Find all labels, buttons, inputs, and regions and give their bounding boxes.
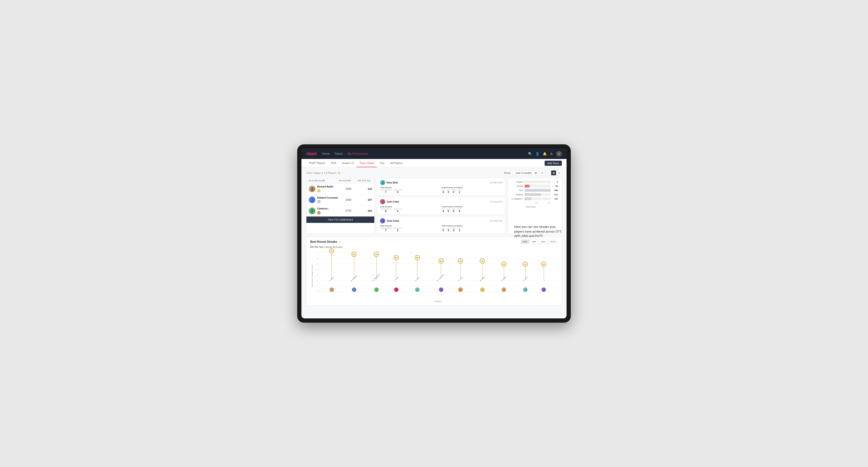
nav-home[interactable]: Home xyxy=(322,152,330,155)
sub-nav-all-players[interactable]: All Players xyxy=(388,159,405,167)
card-date-2: 26 Aug 2023 xyxy=(490,200,502,203)
player-badge-2: 2 xyxy=(317,200,320,203)
app-logo: clippd xyxy=(306,152,316,156)
bell-icon[interactable]: 🔔 xyxy=(543,152,547,156)
annotation-text: Here you can see streaks your players ha… xyxy=(514,224,566,239)
grid-view-btn[interactable]: ⊞ xyxy=(540,170,545,176)
leaderboard-panel: PLAYER NAME PB SCORE PB AVG SQ 👤 Richard… xyxy=(306,178,375,234)
card-player-name-1: Rees Britt xyxy=(386,181,398,184)
scatter-chart-container: Best Streak, Fairway Accuracy 7 6 5 4 3 … xyxy=(310,252,558,299)
bar-track-eagles: 3 xyxy=(525,181,551,183)
player-badge-3: 3 xyxy=(317,211,320,214)
player-badge-1: 1 xyxy=(317,189,320,192)
scatter-bubble-4: 5x xyxy=(394,255,399,260)
scatter-avatar-10 xyxy=(523,287,528,292)
scatter-line-4 xyxy=(396,260,396,280)
card-stats-1: Total Rounds Tournament 7 Practice xyxy=(380,187,502,193)
bar-eagles: Eagles 3 xyxy=(510,181,551,183)
bar-bogeys: Bogeys 311 xyxy=(510,193,551,196)
pb-score-3: 17/20 xyxy=(339,210,358,212)
bar-label-pars: Pars xyxy=(510,189,523,191)
player-card-3: 👤 Josh Coles 26 Aug 2023 Total Rounds xyxy=(377,216,505,234)
user-icon[interactable]: 👤 xyxy=(535,152,539,156)
total-rounds-label-1: Total Rounds xyxy=(380,187,441,189)
edit-icon[interactable]: ✏️ xyxy=(338,172,341,174)
show-label: Show xyxy=(504,172,510,174)
streak-btn-putt[interactable]: PUTT xyxy=(548,240,558,244)
list-view-btn[interactable]: ≡ xyxy=(545,170,551,176)
view-full-leaderboard-button[interactable]: View Full Leaderboard xyxy=(306,217,374,223)
pb-score-1: 19/20 xyxy=(339,187,358,190)
scatter-bubble-3: 6x xyxy=(374,252,379,257)
scatter-plot-area: 7x E. Elwrt 6x B. McHarg xyxy=(319,252,558,292)
scatter-avatar-6 xyxy=(439,287,443,292)
sub-nav-team-clippd[interactable]: Team Clippd xyxy=(356,159,377,167)
streak-btn-app[interactable]: APP xyxy=(530,240,538,244)
bar-label-dbogeys: D. Bogeys + xyxy=(510,198,523,200)
streak-btn-ott[interactable]: OTT xyxy=(521,240,529,244)
lb-col-score: PB SCORE xyxy=(339,180,358,182)
bar-fill-eagles xyxy=(525,181,525,183)
scatter-avatar-8 xyxy=(480,287,485,292)
avatar[interactable]: U xyxy=(556,151,562,157)
streaks-subtitle: Off The Tee, Fairway Accuracy xyxy=(310,246,558,248)
player-name-1: Richard Butler xyxy=(317,185,334,188)
pb-score-2: 18/20 xyxy=(339,198,358,201)
card-avatar-3: 👤 xyxy=(380,218,385,223)
sub-nav-pgat[interactable]: PGAT Players xyxy=(306,159,328,167)
sub-nav-hcaps[interactable]: Hcaps 1-5 xyxy=(339,159,356,167)
player-cards: 👤 Rees Britt 02 Sep 2023 Total Rounds xyxy=(377,178,505,234)
card-player-name-3: Josh Coles xyxy=(386,220,399,222)
team-header: Team Clippd | 14 Players ✏️ Show Last 3 … xyxy=(306,170,562,176)
x-axis-players-label: Players xyxy=(319,300,558,303)
streaks-title: Best Round Streaks xyxy=(310,240,337,243)
scatter-avatar-7 xyxy=(458,287,463,292)
scatter-player-8: 4x M. Miller xyxy=(479,258,486,292)
bar-track-dbogeys: 131 xyxy=(525,197,551,200)
card-stats-3: Total Rounds Tournament 7 Practice xyxy=(380,225,502,231)
bar-fill-birdies xyxy=(525,185,530,187)
nav-links: Home Teams My Performance xyxy=(322,152,368,155)
streak-btn-arg[interactable]: ARG xyxy=(539,240,548,244)
card-date-3: 26 Aug 2023 xyxy=(490,220,502,222)
card-player-name-2: Josh Coles xyxy=(386,200,399,203)
bar-track-bogeys: 311 xyxy=(525,193,551,196)
scatter-avatar-1 xyxy=(329,287,334,292)
bar-track-birdies: 96 xyxy=(525,185,551,187)
bar-value-dbogeys: 131 xyxy=(554,198,558,200)
player-info-3: 👤 Cameron... 3 xyxy=(309,207,339,214)
scatter-bubble-7: 4x xyxy=(458,258,463,263)
sub-nav-pga[interactable]: PGA xyxy=(328,159,339,167)
scatter-player-11: 3x ? xyxy=(541,261,546,292)
card-header-1: 👤 Rees Britt 02 Sep 2023 xyxy=(380,180,502,185)
nav-right: 🔍 👤 🔔 ⊕ U xyxy=(528,151,562,157)
scatter-player-2: 6x B. McHarg xyxy=(350,252,358,292)
scatter-avatar-3 xyxy=(374,287,379,292)
nav-my-performance[interactable]: My Performance xyxy=(347,152,368,155)
scatter-player-7: 4x D. Ford xyxy=(458,258,464,292)
nav-teams[interactable]: Teams xyxy=(335,152,343,155)
add-team-button[interactable]: Add Team xyxy=(545,161,562,166)
card-header-2: 👤 Josh Coles 26 Aug 2023 xyxy=(380,199,502,204)
scatter-line-1 xyxy=(331,253,332,280)
scatter-bubble-8: 4x xyxy=(480,258,485,263)
card-view-btn[interactable]: ▦ xyxy=(551,170,556,176)
settings-icon[interactable]: ⊕ xyxy=(550,152,553,156)
scatter-player-10: 3x C. Quick xyxy=(522,261,529,292)
player-info-1: 👤 Richard Butler 1 xyxy=(309,185,339,192)
period-select[interactable]: Last 3 months xyxy=(512,170,538,175)
scatter-name-5: R. Britt xyxy=(415,277,420,282)
bar-fill-dbogeys xyxy=(525,197,531,200)
sub-nav-tour[interactable]: Tour xyxy=(377,159,387,167)
scatter-name-11: ? xyxy=(544,280,545,282)
player-avatar-3: 👤 xyxy=(309,208,315,214)
lb-header: PLAYER NAME PB SCORE PB AVG SQ xyxy=(306,178,374,184)
search-icon[interactable]: 🔍 xyxy=(528,152,532,156)
scatter-line-7 xyxy=(460,263,461,280)
streaks-header: Best Round Streaks ← OTT APP ARG PUTT xyxy=(310,240,558,244)
table-view-btn[interactable]: ⊟ xyxy=(557,170,562,176)
streaks-panel: Best Round Streaks ← OTT APP ARG PUTT Of… xyxy=(306,237,562,306)
bar-track-pars: 499 xyxy=(525,189,551,192)
annotation-container: Here you can see streaks your players ha… xyxy=(514,224,566,239)
bar-value-birdies: 96 xyxy=(555,185,558,187)
